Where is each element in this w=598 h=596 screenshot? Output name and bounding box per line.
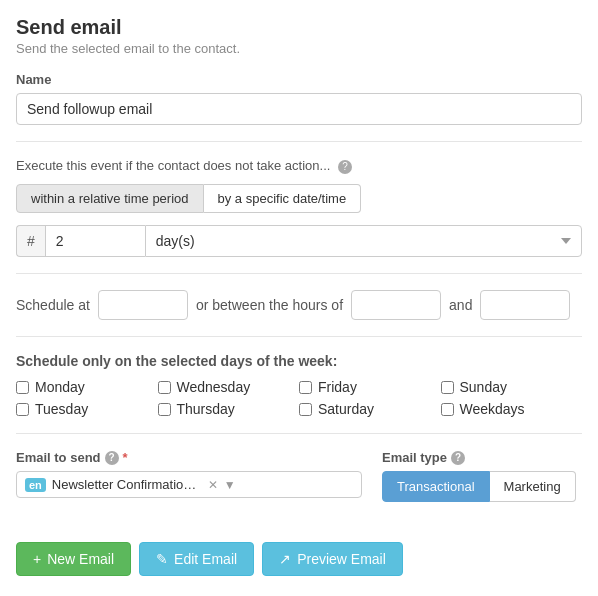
- label-saturday: Saturday: [318, 401, 374, 417]
- footer-actions: + New Email ✎ Edit Email ↗ Preview Email: [16, 534, 582, 576]
- execute-help-icon[interactable]: ?: [338, 160, 352, 174]
- days-title: Schedule only on the selected days of th…: [16, 353, 582, 369]
- dropdown-arrow-icon[interactable]: ▼: [224, 478, 236, 492]
- label-wednesday: Wednesday: [177, 379, 251, 395]
- email-type-label: Email type ?: [382, 450, 582, 465]
- checkbox-sunday[interactable]: [441, 381, 454, 394]
- new-email-button[interactable]: + New Email: [16, 542, 131, 576]
- checkbox-friday[interactable]: [299, 381, 312, 394]
- schedule-to-input[interactable]: [480, 290, 570, 320]
- label-weekdays: Weekdays: [460, 401, 525, 417]
- page-subtitle: Send the selected email to the contact.: [16, 41, 582, 56]
- schedule-at-input[interactable]: [98, 290, 188, 320]
- name-section: Name: [16, 72, 582, 142]
- day-weekdays: Weekdays: [441, 401, 583, 417]
- btn-transactional[interactable]: Transactional: [382, 471, 490, 502]
- preview-email-button[interactable]: ↗ Preview Email: [262, 542, 403, 576]
- label-thursday: Thursday: [177, 401, 235, 417]
- day-sunday: Sunday: [441, 379, 583, 395]
- send-email-panel: Send email Send the selected email to th…: [0, 0, 598, 592]
- edit-icon: ✎: [156, 551, 168, 567]
- tab-specific-date[interactable]: by a specific date/time: [204, 184, 362, 213]
- page-title: Send email: [16, 16, 582, 39]
- lang-badge: en: [25, 478, 46, 492]
- schedule-at-label: Schedule at: [16, 297, 90, 313]
- checkbox-tuesday[interactable]: [16, 403, 29, 416]
- tab-relative-time[interactable]: within a relative time period: [16, 184, 204, 213]
- label-tuesday: Tuesday: [35, 401, 88, 417]
- checkbox-wednesday[interactable]: [158, 381, 171, 394]
- day-saturday: Saturday: [299, 401, 441, 417]
- label-monday: Monday: [35, 379, 85, 395]
- email-select-box[interactable]: en Newsletter Confirmation Email - Mauti…: [16, 471, 362, 498]
- time-period-row: # day(s) hour(s) week(s) month(s): [16, 225, 582, 257]
- day-thursday: Thursday: [158, 401, 300, 417]
- day-tuesday: Tuesday: [16, 401, 158, 417]
- required-star: *: [123, 450, 128, 465]
- between-hours-label: or between the hours of: [196, 297, 343, 313]
- clear-icon[interactable]: ✕: [208, 478, 218, 492]
- hash-symbol: #: [16, 225, 45, 257]
- day-friday: Friday: [299, 379, 441, 395]
- checkbox-weekdays[interactable]: [441, 403, 454, 416]
- email-name-text: Newsletter Confirmation Email - Mautic S…: [52, 477, 202, 492]
- email-section: Email to send ? * en Newsletter Confirma…: [16, 450, 582, 518]
- execute-label: Execute this event if the contact does n…: [16, 158, 582, 174]
- email-type-help-icon[interactable]: ?: [451, 451, 465, 465]
- email-type-group: Email type ? Transactional Marketing: [382, 450, 582, 502]
- day-monday: Monday: [16, 379, 158, 395]
- name-label: Name: [16, 72, 582, 87]
- time-unit-select[interactable]: day(s) hour(s) week(s) month(s): [145, 225, 582, 257]
- schedule-row: Schedule at or between the hours of and: [16, 290, 582, 320]
- day-wednesday: Wednesday: [158, 379, 300, 395]
- schedule-section: Schedule at or between the hours of and: [16, 290, 582, 337]
- btn-marketing[interactable]: Marketing: [490, 471, 576, 502]
- new-email-label: New Email: [47, 551, 114, 567]
- label-sunday: Sunday: [460, 379, 507, 395]
- time-period-input[interactable]: [45, 225, 145, 257]
- edit-email-label: Edit Email: [174, 551, 237, 567]
- plus-icon: +: [33, 551, 41, 567]
- and-label: and: [449, 297, 472, 313]
- schedule-from-input[interactable]: [351, 290, 441, 320]
- email-help-icon[interactable]: ?: [105, 451, 119, 465]
- email-row: Email to send ? * en Newsletter Confirma…: [16, 450, 582, 502]
- days-grid: Monday Wednesday Friday Sunday Tuesday T…: [16, 379, 582, 417]
- label-friday: Friday: [318, 379, 357, 395]
- checkbox-thursday[interactable]: [158, 403, 171, 416]
- execute-tab-group: within a relative time period by a speci…: [16, 184, 582, 213]
- checkbox-saturday[interactable]: [299, 403, 312, 416]
- email-to-send-group: Email to send ? * en Newsletter Confirma…: [16, 450, 362, 498]
- email-to-send-label: Email to send ? *: [16, 450, 362, 465]
- preview-icon: ↗: [279, 551, 291, 567]
- checkbox-monday[interactable]: [16, 381, 29, 394]
- days-section: Schedule only on the selected days of th…: [16, 353, 582, 434]
- preview-email-label: Preview Email: [297, 551, 386, 567]
- email-type-toggle: Transactional Marketing: [382, 471, 582, 502]
- execute-section: Execute this event if the contact does n…: [16, 158, 582, 274]
- name-input[interactable]: [16, 93, 582, 125]
- edit-email-button[interactable]: ✎ Edit Email: [139, 542, 254, 576]
